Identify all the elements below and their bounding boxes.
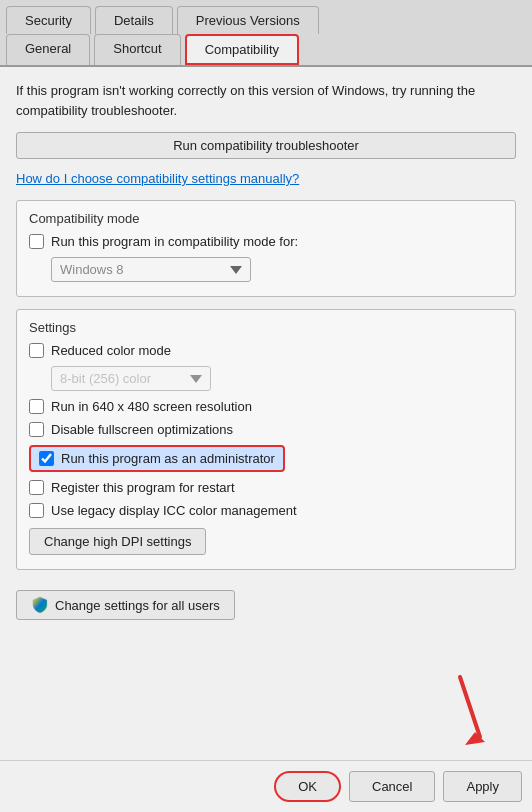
- compatibility-checkbox-label: Run this program in compatibility mode f…: [51, 234, 298, 249]
- shield-icon: [31, 596, 49, 614]
- register-restart-label: Register this program for restart: [51, 480, 235, 495]
- tab-row-top: Security Details Previous Versions: [0, 0, 532, 34]
- ok-button[interactable]: OK: [274, 771, 341, 802]
- admin-label: Run this program as an administrator: [61, 451, 275, 466]
- fullscreen-row: Disable fullscreen optimizations: [29, 422, 503, 437]
- dpi-settings-button[interactable]: Change high DPI settings: [29, 528, 206, 555]
- cancel-button[interactable]: Cancel: [349, 771, 435, 802]
- color-dropdown-row: 8-bit (256) color: [29, 366, 503, 391]
- windows-version-dropdown[interactable]: Windows 8: [51, 257, 251, 282]
- footer-area: OK Cancel Apply: [0, 760, 532, 812]
- fullscreen-label: Disable fullscreen optimizations: [51, 422, 233, 437]
- tab-row-bottom: General Shortcut Compatibility: [0, 34, 532, 67]
- tab-shortcut[interactable]: Shortcut: [94, 34, 180, 65]
- main-content: If this program isn't working correctly …: [0, 67, 532, 760]
- info-text: If this program isn't working correctly …: [16, 81, 516, 120]
- footer-buttons: OK Cancel Apply: [0, 760, 532, 812]
- compatibility-mode-section: Compatibility mode Run this program in c…: [16, 200, 516, 297]
- tab-details[interactable]: Details: [95, 6, 173, 34]
- screen-resolution-label: Run in 640 x 480 screen resolution: [51, 399, 252, 414]
- help-link[interactable]: How do I choose compatibility settings m…: [16, 171, 516, 186]
- screen-resolution-checkbox[interactable]: [29, 399, 44, 414]
- run-troubleshooter-button[interactable]: Run compatibility troubleshooter: [16, 132, 516, 159]
- color-depth-dropdown[interactable]: 8-bit (256) color: [51, 366, 211, 391]
- tab-previous-versions[interactable]: Previous Versions: [177, 6, 319, 34]
- tab-general[interactable]: General: [6, 34, 90, 65]
- legacy-icc-label: Use legacy display ICC color management: [51, 503, 297, 518]
- reduced-color-row: Reduced color mode: [29, 343, 503, 358]
- settings-label: Settings: [29, 320, 503, 335]
- tab-security[interactable]: Security: [6, 6, 91, 34]
- tab-compatibility[interactable]: Compatibility: [185, 34, 299, 65]
- compatibility-checkbox-row: Run this program in compatibility mode f…: [29, 234, 503, 249]
- compatibility-checkbox[interactable]: [29, 234, 44, 249]
- change-settings-label: Change settings for all users: [55, 598, 220, 613]
- admin-row: Run this program as an administrator: [29, 445, 285, 472]
- window: Security Details Previous Versions Gener…: [0, 0, 532, 812]
- admin-checkbox[interactable]: [39, 451, 54, 466]
- compatibility-mode-label: Compatibility mode: [29, 211, 503, 226]
- register-restart-checkbox[interactable]: [29, 480, 44, 495]
- dpi-btn-container: Change high DPI settings: [29, 528, 503, 555]
- change-settings-button[interactable]: Change settings for all users: [16, 590, 235, 620]
- settings-section: Settings Reduced color mode 8-bit (256) …: [16, 309, 516, 570]
- register-restart-row: Register this program for restart: [29, 480, 503, 495]
- legacy-icc-checkbox[interactable]: [29, 503, 44, 518]
- legacy-icc-row: Use legacy display ICC color management: [29, 503, 503, 518]
- change-settings-container: Change settings for all users: [16, 582, 516, 620]
- apply-button[interactable]: Apply: [443, 771, 522, 802]
- reduced-color-checkbox[interactable]: [29, 343, 44, 358]
- fullscreen-checkbox[interactable]: [29, 422, 44, 437]
- reduced-color-label: Reduced color mode: [51, 343, 171, 358]
- screen-resolution-row: Run in 640 x 480 screen resolution: [29, 399, 503, 414]
